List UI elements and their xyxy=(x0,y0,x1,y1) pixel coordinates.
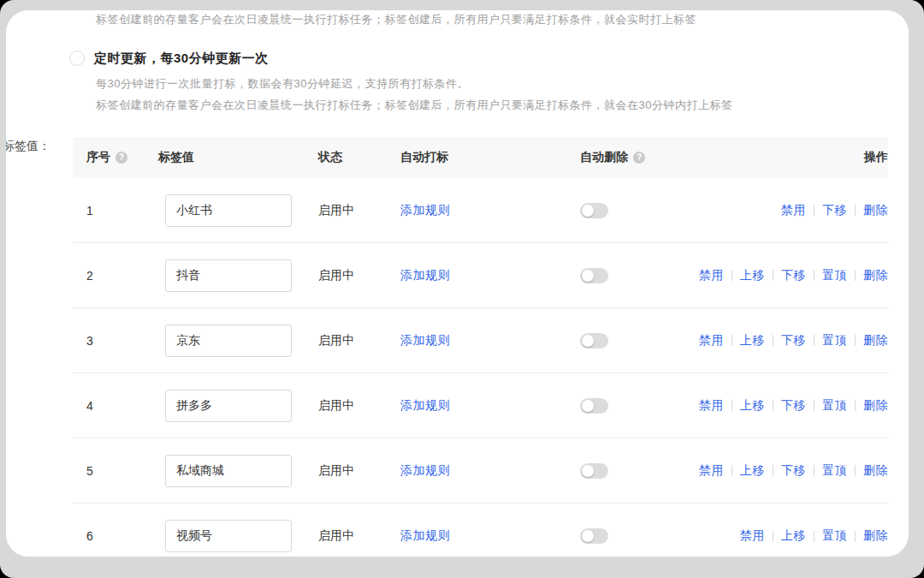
row-index: 4 xyxy=(86,399,158,413)
tag-value-input[interactable] xyxy=(165,390,292,422)
action-separator xyxy=(773,465,773,476)
row-auto-tag-cell: 添加规则 xyxy=(400,203,580,218)
move-down-link[interactable]: 下移 xyxy=(781,268,806,283)
header-auto-delete-label: 自动删除 xyxy=(580,150,628,165)
add-rule-link[interactable]: 添加规则 xyxy=(400,333,450,347)
move-down-link[interactable]: 下移 xyxy=(822,203,847,218)
row-auto-tag-cell: 添加规则 xyxy=(400,268,580,283)
action-separator xyxy=(855,531,856,542)
tag-value-input[interactable] xyxy=(165,520,292,552)
disable-link[interactable]: 禁用 xyxy=(781,203,806,218)
row-status: 启用中 xyxy=(318,333,400,349)
radio-button-icon[interactable] xyxy=(69,51,85,66)
move-down-link[interactable]: 下移 xyxy=(781,333,806,349)
row-actions: 禁用上移下移置顶删除 xyxy=(699,398,888,414)
scheduled-update-desc-line-2: 标签创建前的存量客户会在次日凌晨统一执行打标任务；标签创建后，所有用户只要满足打… xyxy=(96,94,909,116)
add-rule-link[interactable]: 添加规则 xyxy=(400,528,450,542)
header-actions-label: 操作 xyxy=(864,150,888,165)
row-auto-tag-cell: 添加规则 xyxy=(400,528,580,544)
add-rule-link[interactable]: 添加规则 xyxy=(400,268,450,282)
table-row: 6 启用中 添加规则 禁用上移置顶删除 xyxy=(73,504,888,557)
action-separator xyxy=(855,400,856,411)
pin-top-link[interactable]: 置顶 xyxy=(822,528,847,544)
scheduled-update-option[interactable]: 定时更新，每30分钟更新一次 xyxy=(69,49,909,68)
move-down-link[interactable]: 下移 xyxy=(781,398,806,414)
table-header-row: 序号 ? 标签值 状态 自动打标 自动删除 ? 操作 xyxy=(73,137,888,178)
delete-link[interactable]: 删除 xyxy=(863,528,888,544)
disable-link[interactable]: 禁用 xyxy=(740,528,765,544)
auto-delete-toggle[interactable] xyxy=(580,463,608,479)
tag-value-input[interactable] xyxy=(165,455,292,487)
row-tag-value-cell xyxy=(158,325,318,357)
help-icon[interactable]: ? xyxy=(116,152,127,164)
pin-top-link[interactable]: 置顶 xyxy=(822,268,847,283)
row-last-group: 禁用上移下移置顶删除 xyxy=(580,398,888,414)
tag-value-input[interactable] xyxy=(165,325,292,357)
move-up-link[interactable]: 上移 xyxy=(740,333,765,349)
auto-delete-toggle[interactable] xyxy=(580,203,608,218)
action-separator xyxy=(814,465,814,476)
scheduled-update-label: 定时更新，每30分钟更新一次 xyxy=(94,51,269,67)
action-separator xyxy=(855,270,856,281)
move-up-link[interactable]: 上移 xyxy=(740,398,765,414)
content-card: 标签创建前的存量客户会在次日凌晨统一执行打标任务；标签创建后，所有用户只要满足打… xyxy=(6,10,909,557)
add-rule-link[interactable]: 添加规则 xyxy=(400,398,450,412)
disable-link[interactable]: 禁用 xyxy=(699,268,724,283)
row-status: 启用中 xyxy=(318,203,400,218)
delete-link[interactable]: 删除 xyxy=(863,333,888,349)
toggle-knob-icon xyxy=(582,270,594,282)
auto-delete-toggle[interactable] xyxy=(580,268,608,283)
auto-delete-toggle[interactable] xyxy=(580,528,608,544)
disable-link[interactable]: 禁用 xyxy=(699,398,724,414)
header-status: 状态 xyxy=(318,150,400,165)
move-down-link[interactable]: 下移 xyxy=(781,463,806,479)
delete-link[interactable]: 删除 xyxy=(863,398,888,414)
tag-value-input[interactable] xyxy=(165,259,292,292)
row-status: 启用中 xyxy=(318,528,400,544)
disable-link[interactable]: 禁用 xyxy=(699,463,724,479)
disable-link[interactable]: 禁用 xyxy=(699,333,724,349)
delete-link[interactable]: 删除 xyxy=(863,203,888,218)
header-tag-value-label: 标签值 xyxy=(158,150,194,165)
action-separator xyxy=(732,335,732,346)
realtime-option-description: 标签创建前的存量客户会在次日凌晨统一执行打标任务；标签创建后，所有用户只要满足打… xyxy=(96,11,909,28)
add-rule-link[interactable]: 添加规则 xyxy=(400,463,450,477)
auto-delete-toggle[interactable] xyxy=(580,333,608,349)
action-separator xyxy=(773,270,773,281)
pin-top-link[interactable]: 置顶 xyxy=(822,398,847,414)
add-rule-link[interactable]: 添加规则 xyxy=(400,203,450,217)
action-separator xyxy=(773,531,773,542)
move-up-link[interactable]: 上移 xyxy=(740,463,765,479)
row-tag-value-cell xyxy=(158,520,318,552)
move-up-link[interactable]: 上移 xyxy=(740,268,765,283)
action-separator xyxy=(773,400,773,411)
row-tag-value-cell xyxy=(158,455,318,487)
row-status: 启用中 xyxy=(318,268,400,283)
row-actions: 禁用上移下移置顶删除 xyxy=(699,333,888,349)
move-up-link[interactable]: 上移 xyxy=(781,528,806,544)
row-index: 1 xyxy=(86,204,158,217)
header-index: 序号 ? xyxy=(86,150,158,165)
help-icon[interactable]: ? xyxy=(633,152,645,164)
row-auto-tag-cell: 添加规则 xyxy=(400,333,580,349)
tag-value-input[interactable] xyxy=(165,194,292,227)
row-tag-value-cell xyxy=(158,194,318,227)
toggle-knob-icon xyxy=(582,205,594,217)
action-separator xyxy=(732,465,732,476)
table-row: 2 启用中 添加规则 禁用上移下移置顶删除 xyxy=(73,243,888,308)
action-separator xyxy=(773,335,773,346)
action-separator xyxy=(814,335,814,346)
pin-top-link[interactable]: 置顶 xyxy=(822,333,847,349)
row-last-group: 禁用上移下移置顶删除 xyxy=(580,463,888,479)
table-row: 1 启用中 添加规则 禁用下移删除 xyxy=(73,178,888,243)
pin-top-link[interactable]: 置顶 xyxy=(822,463,847,479)
auto-delete-toggle[interactable] xyxy=(580,398,608,414)
header-index-label: 序号 xyxy=(86,150,110,165)
tag-values-table: 标签值： 序号 ? 标签值 状态 自动打标 自动删除 xyxy=(73,137,888,557)
header-auto-tag: 自动打标 xyxy=(400,150,580,165)
delete-link[interactable]: 删除 xyxy=(863,463,888,479)
action-separator xyxy=(814,400,814,411)
table-row: 3 启用中 添加规则 禁用上移下移置顶删除 xyxy=(73,308,888,373)
delete-link[interactable]: 删除 xyxy=(863,268,888,283)
row-status: 启用中 xyxy=(318,463,400,479)
